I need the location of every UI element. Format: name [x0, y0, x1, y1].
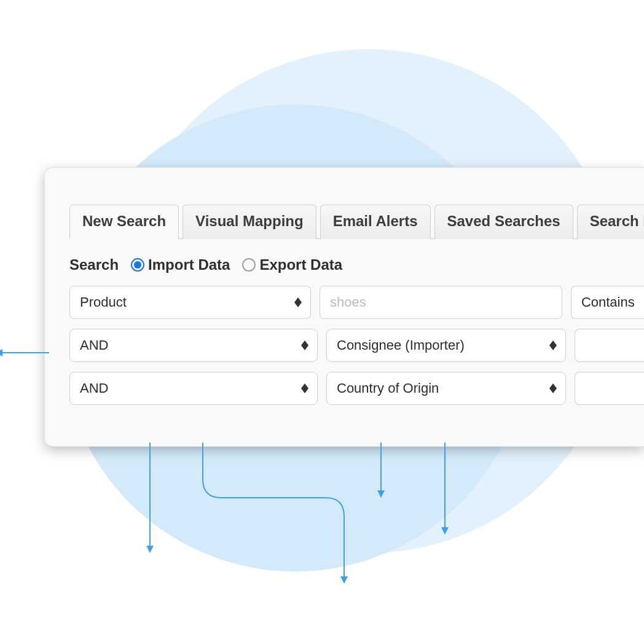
svg-marker-14 [340, 576, 348, 584]
tab-email-alerts[interactable]: Email Alerts [320, 205, 431, 239]
select-arrows-icon [301, 383, 308, 393]
input-country-value[interactable] [575, 372, 644, 405]
input-search-term-placeholder: shoes [330, 294, 366, 310]
select-operator-row3[interactable]: AND [69, 372, 318, 405]
select-field-country-value: Country of Origin [337, 380, 439, 396]
select-match-contains-value: Contains [581, 294, 635, 310]
svg-marker-3 [301, 345, 308, 350]
criteria-row-3: AND Country of Origin [69, 372, 644, 405]
svg-marker-11 [0, 349, 2, 356]
select-arrows-icon [294, 297, 302, 307]
select-field-product-value: Product [80, 294, 127, 310]
search-panel: New Search Visual Mapping Email Alerts S… [44, 167, 644, 447]
tab-search-history[interactable]: Search His [577, 205, 644, 239]
tab-saved-searches[interactable]: Saved Searches [434, 205, 573, 239]
svg-marker-1 [294, 302, 302, 307]
svg-marker-0 [294, 297, 302, 302]
svg-marker-5 [549, 345, 557, 350]
input-search-term[interactable]: shoes [320, 286, 562, 319]
criteria-row-1: Product shoes Contains [69, 286, 644, 319]
svg-marker-6 [301, 383, 308, 388]
svg-marker-2 [301, 340, 308, 345]
select-match-contains[interactable]: Contains [571, 286, 644, 319]
radio-import-data[interactable] [131, 258, 144, 272]
tab-new-search[interactable]: New Search [69, 205, 179, 239]
svg-marker-9 [549, 388, 557, 393]
svg-marker-7 [301, 388, 308, 393]
select-operator-row3-value: AND [80, 380, 108, 396]
svg-marker-4 [549, 340, 557, 345]
select-operator-row2[interactable]: AND [69, 329, 318, 362]
callout-arrow-left-icon [0, 347, 49, 359]
svg-marker-8 [549, 383, 557, 388]
select-field-product[interactable]: Product [69, 286, 311, 319]
tab-body: Search Import Data Export Data Product s… [69, 238, 644, 405]
radio-import-data-label: Import Data [148, 256, 230, 273]
select-operator-row2-value: AND [80, 337, 108, 353]
search-type-row: Search Import Data Export Data [69, 256, 644, 273]
svg-marker-13 [146, 546, 154, 553]
tab-visual-mapping[interactable]: Visual Mapping [183, 205, 316, 239]
select-arrows-icon [549, 340, 557, 350]
radio-export-data[interactable] [242, 258, 256, 272]
input-consignee-value[interactable] [575, 329, 644, 362]
criteria-row-2: AND Consignee (Importer) [69, 329, 644, 362]
select-field-consignee-value: Consignee (Importer) [337, 337, 465, 353]
radio-export-data-label: Export Data [259, 256, 342, 273]
search-label: Search [69, 256, 119, 273]
select-arrows-icon [549, 383, 557, 393]
select-field-consignee[interactable]: Consignee (Importer) [326, 329, 566, 362]
select-arrows-icon [301, 340, 308, 350]
select-field-country[interactable]: Country of Origin [326, 372, 566, 405]
tab-bar: New Search Visual Mapping Email Alerts S… [69, 205, 644, 239]
